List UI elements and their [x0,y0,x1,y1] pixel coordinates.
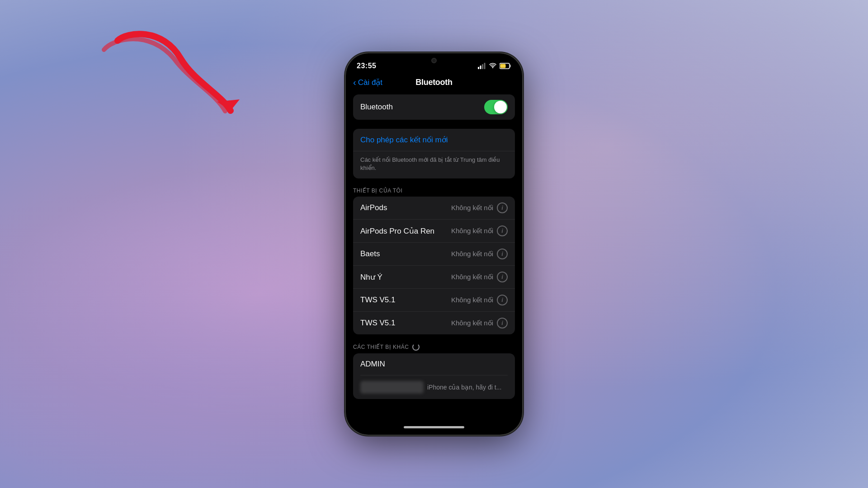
blurred-device-row: iPhone của bạn, hãy đi t... [353,375,515,399]
back-label: Cài đặt [358,78,382,87]
svg-rect-4 [484,63,486,69]
status-bar: 23:55 [346,53,522,76]
not-connected-status: Không kết nối [451,296,493,304]
device-right: Không kết nối i [451,225,508,236]
other-devices-card: ADMIN iPhone của bạn, hãy đi t... [353,353,515,399]
screen: 23:55 [346,53,522,435]
device-name: Baets [360,249,380,258]
svg-point-5 [492,67,494,68]
not-connected-status: Không kết nối [451,319,493,327]
info-button[interactable]: i [497,318,508,328]
info-button[interactable]: i [497,225,508,236]
svg-rect-1 [478,67,479,69]
other-devices-label-row: CÁC THIẾT BỊ KHÁC [353,343,515,351]
device-row-baets[interactable]: Baets Không kết nối i [353,243,515,266]
device-name: TWS V5.1 [360,296,395,305]
device-row-airpods-pro[interactable]: AirPods Pro Của Ren Không kết nối i [353,220,515,243]
info-button[interactable]: i [497,202,508,213]
device-name: AirPods Pro Của Ren [360,226,434,236]
allow-connections-card: Cho phép các kết nối mới Các kết nối Blu… [353,129,515,178]
allow-connections-section: Cho phép các kết nối mới Các kết nối Blu… [346,129,522,178]
home-indicator [346,419,522,435]
page-title: Bluetooth [415,78,452,87]
device-name: AirPods [360,203,387,212]
bluetooth-toggle[interactable] [484,100,508,114]
svg-rect-3 [482,64,483,69]
device-right: Không kết nối i [451,318,508,328]
svg-rect-8 [500,64,506,68]
info-button[interactable]: i [497,295,508,305]
toggle-thumb [494,101,507,113]
allow-connections-button[interactable]: Cho phép các kết nối mới [353,129,515,151]
my-devices-section: THIẾT BỊ CỦA TÔI AirPods Không kết nối i… [346,188,522,334]
bluetooth-toggle-label: Bluetooth [360,103,393,112]
allow-connections-note: Các kết nối Bluetooth mới đã bị tắt từ T… [353,151,515,178]
svg-rect-7 [510,65,511,67]
info-button[interactable]: i [497,272,508,282]
bluetooth-toggle-card: Bluetooth [353,94,515,120]
bluetooth-toggle-section: Bluetooth [346,94,522,120]
device-name: TWS V5.1 [360,319,395,328]
device-name: Như Ý [360,272,382,282]
not-connected-status: Không kết nối [451,273,493,281]
device-row-airpods[interactable]: AirPods Không kết nối i [353,197,515,220]
device-right: Không kết nối i [451,202,508,213]
camera-notch [431,58,437,63]
home-bar [404,426,464,428]
other-devices-text: CÁC THIẾT BỊ KHÁC [353,344,409,350]
not-connected-status: Không kết nối [451,250,493,258]
device-row-tws1[interactable]: TWS V5.1 Không kết nối i [353,289,515,312]
device-row-tws2[interactable]: TWS V5.1 Không kết nối i [353,312,515,334]
blurred-note: iPhone của bạn, hãy đi t... [427,384,508,391]
status-icons [478,63,511,69]
back-button[interactable]: ‹ Cài đặt [353,77,382,88]
not-connected-status: Không kết nối [451,204,493,212]
info-button[interactable]: i [497,249,508,259]
phone-frame: 23:55 [346,53,522,435]
content-area: Bluetooth Cho phép các kết nối mới Các k… [346,91,522,419]
device-right: Không kết nối i [451,249,508,259]
admin-device-row[interactable]: ADMIN [353,353,515,375]
scanning-spinner-icon [412,343,420,351]
wifi-icon [489,63,497,69]
svg-rect-2 [480,66,481,69]
other-devices-label: CÁC THIẾT BỊ KHÁC [346,343,522,351]
signal-icon [478,63,486,69]
device-row-nhu-y[interactable]: Như Ý Không kết nối i [353,266,515,289]
status-time: 23:55 [357,62,376,70]
bluetooth-toggle-row: Bluetooth [353,94,515,120]
other-devices-section: CÁC THIẾT BỊ KHÁC ADMIN iPhone của bạn, … [346,343,522,399]
battery-icon [500,63,511,69]
notch [406,53,462,69]
blurred-content [360,381,424,394]
my-devices-label: THIẾT BỊ CỦA TÔI [346,188,522,194]
device-right: Không kết nối i [451,272,508,282]
my-devices-card: AirPods Không kết nối i AirPods Pro Của … [353,197,515,334]
admin-device-name: ADMIN [360,360,385,368]
device-right: Không kết nối i [451,295,508,305]
not-connected-status: Không kết nối [451,227,493,235]
back-chevron-icon: ‹ [353,77,356,88]
nav-bar: ‹ Cài đặt Bluetooth [346,76,522,91]
